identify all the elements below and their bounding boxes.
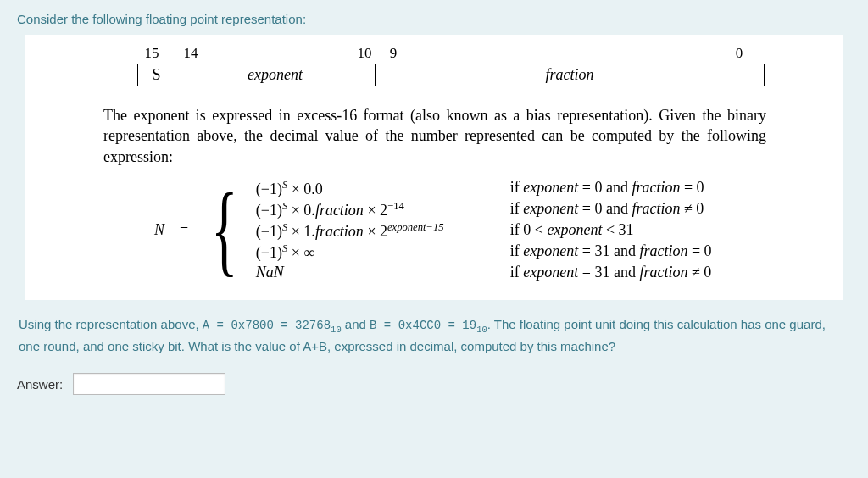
case-expr: (−1)S × 0.fraction × 2−14 bbox=[256, 200, 510, 220]
prompt-text: Consider the following floating point re… bbox=[17, 12, 851, 26]
question-text: Using the representation above, A = 0x78… bbox=[19, 315, 849, 356]
case-cond: if exponent = 31 and fraction ≠ 0 bbox=[510, 264, 712, 281]
field-sign: S bbox=[138, 64, 175, 86]
answer-row: Answer: bbox=[17, 373, 851, 395]
field-fraction: fraction bbox=[376, 64, 764, 86]
case-expr: (−1)S × ∞ bbox=[256, 242, 510, 262]
case-expr: (−1)S × 1.fraction × 2exponent−15 bbox=[256, 221, 510, 241]
bit-label-14: 14 bbox=[171, 45, 205, 62]
case-cond: if exponent = 0 and fraction ≠ 0 bbox=[510, 200, 704, 220]
case-row: NaN if exponent = 31 and fraction ≠ 0 bbox=[256, 264, 712, 281]
bit-label-9: 9 bbox=[379, 45, 404, 62]
formula-eq: = bbox=[180, 221, 188, 239]
answer-input[interactable] bbox=[73, 373, 225, 395]
case-cond: if exponent = 0 and fraction = 0 bbox=[510, 179, 704, 198]
definition-box: 15 14 10 9 0 S exponent fraction The exp… bbox=[25, 35, 843, 300]
field-exponent: exponent bbox=[175, 64, 376, 86]
formula-lhs: N bbox=[154, 221, 164, 239]
case-row: (−1)S × 1.fraction × 2exponent−15 if 0 <… bbox=[256, 221, 712, 241]
bit-field-table: S exponent fraction bbox=[137, 64, 765, 86]
case-row: (−1)S × ∞ if exponent = 31 and fraction … bbox=[256, 242, 712, 262]
case-expr: (−1)S × 0.0 bbox=[256, 179, 510, 198]
case-row: (−1)S × 0.fraction × 2−14 if exponent = … bbox=[256, 200, 712, 220]
formula-cases: (−1)S × 0.0 if exponent = 0 and fraction… bbox=[256, 179, 712, 281]
answer-label: Answer: bbox=[17, 377, 63, 392]
explanation-paragraph: The exponent is expressed in excess-16 f… bbox=[103, 105, 766, 167]
case-expr: NaN bbox=[256, 264, 510, 281]
bit-label-0: 0 bbox=[726, 45, 752, 62]
formula-block: N = { (−1)S × 0.0 if exponent = 0 and fr… bbox=[154, 179, 766, 281]
case-cond: if 0 < exponent < 31 bbox=[510, 221, 634, 241]
bit-label-15: 15 bbox=[137, 45, 171, 62]
bit-index-row: 15 14 10 9 0 bbox=[137, 45, 766, 62]
case-row: (−1)S × 0.0 if exponent = 0 and fraction… bbox=[256, 179, 712, 198]
case-cond: if exponent = 31 and fraction = 0 bbox=[510, 242, 712, 262]
page-root: Consider the following floating point re… bbox=[0, 0, 868, 478]
brace-icon: { bbox=[211, 184, 238, 275]
bit-label-10: 10 bbox=[353, 45, 379, 62]
